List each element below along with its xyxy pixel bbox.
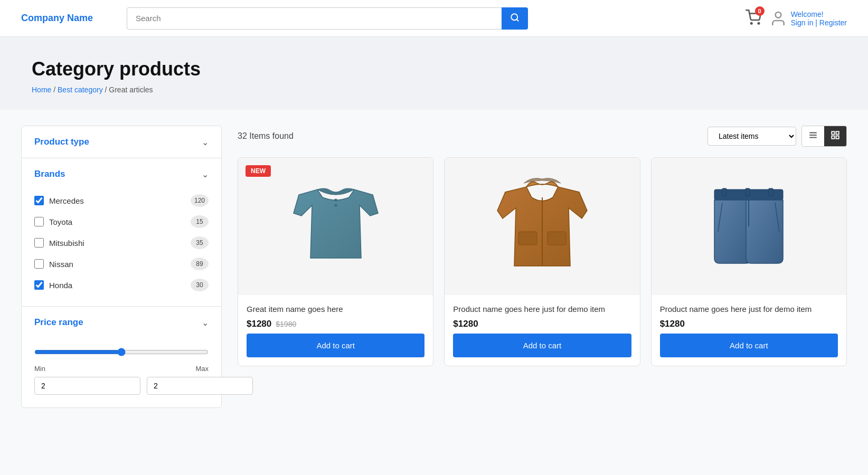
product-name: Product name goes here just for demo ite… bbox=[453, 303, 631, 315]
product-image-wrap: NEW bbox=[238, 158, 433, 295]
search-button[interactable] bbox=[502, 7, 528, 30]
list-view-button[interactable] bbox=[802, 126, 824, 146]
product-image-jacket bbox=[489, 168, 595, 284]
price-min-label: Min bbox=[34, 365, 45, 373]
product-badge: NEW bbox=[246, 165, 271, 177]
product-price: $1280 bbox=[453, 319, 478, 329]
brand-name-nissan: Nissan bbox=[49, 260, 73, 269]
product-price-old: $1980 bbox=[276, 320, 296, 328]
brand-item: Honda 30 bbox=[34, 274, 209, 296]
price-max-label: Max bbox=[195, 365, 209, 373]
svg-rect-9 bbox=[836, 131, 839, 134]
svg-rect-10 bbox=[832, 136, 834, 139]
search-icon bbox=[510, 13, 520, 22]
svg-point-4 bbox=[775, 12, 781, 18]
svg-point-15 bbox=[334, 204, 337, 207]
product-grid: NEW bbox=[238, 157, 847, 366]
brand-checkbox-nissan[interactable] bbox=[34, 259, 44, 269]
brand-item: Mercedes 120 bbox=[34, 190, 209, 211]
brands-chevron-icon: ⌄ bbox=[202, 169, 209, 179]
brand-checkbox-mercedes[interactable] bbox=[34, 196, 44, 205]
price-content: Min Max bbox=[22, 338, 221, 407]
header-right: 0 Welcome! Sign in | Register bbox=[746, 10, 847, 27]
brands-title: Brands bbox=[34, 169, 65, 179]
brand-checkbox-mitsubishi[interactable] bbox=[34, 238, 44, 248]
sort-select[interactable]: Latest items Price: Low to High Price: H… bbox=[707, 127, 796, 146]
add-to-cart-button[interactable]: Add to cart bbox=[247, 334, 424, 357]
cart-badge: 0 bbox=[755, 6, 765, 16]
product-type-header[interactable]: Product type ⌄ bbox=[22, 126, 221, 158]
product-type-title: Product type bbox=[34, 137, 89, 147]
user-icon bbox=[770, 10, 787, 27]
product-info: Product name goes here just for demo ite… bbox=[445, 295, 639, 366]
header: Company Name 0 Welcome! Sign in | bbox=[0, 0, 868, 37]
price-range-section: Price range ⌄ Min Max bbox=[22, 307, 221, 407]
product-price: $1280 bbox=[660, 319, 685, 329]
price-range-slider[interactable] bbox=[34, 348, 209, 356]
brand-checkbox-toyota[interactable] bbox=[34, 217, 44, 226]
company-logo[interactable]: Company Name bbox=[21, 13, 116, 24]
svg-point-14 bbox=[334, 199, 337, 202]
svg-rect-11 bbox=[836, 136, 839, 139]
search-input[interactable] bbox=[127, 7, 502, 30]
product-price-wrap: $1280 bbox=[453, 319, 631, 329]
product-price-wrap: $1280 $1980 bbox=[247, 319, 424, 329]
user-greeting: Welcome! bbox=[791, 10, 824, 18]
product-image-shorts bbox=[696, 168, 801, 284]
brand-count-mercedes: 120 bbox=[191, 194, 209, 207]
product-image-wrap bbox=[652, 158, 846, 295]
products-area: 32 Items found Latest items Price: Low t… bbox=[222, 126, 847, 408]
product-info: Great item name goes here $1280 $1980 Ad… bbox=[238, 295, 433, 366]
hero-section: Category products Home / Best category /… bbox=[0, 37, 868, 110]
brands-header[interactable]: Brands ⌄ bbox=[22, 158, 221, 190]
svg-rect-17 bbox=[518, 232, 537, 245]
product-price-wrap: $1280 bbox=[660, 319, 838, 329]
brand-name-mitsubishi: Mitsubishi bbox=[49, 239, 84, 248]
view-toggle bbox=[801, 126, 847, 147]
brand-name-toyota: Toyota bbox=[49, 217, 72, 226]
svg-rect-27 bbox=[746, 188, 750, 196]
add-to-cart-button[interactable]: Add to cart bbox=[453, 334, 631, 357]
add-to-cart-button[interactable]: Add to cart bbox=[660, 334, 838, 357]
product-card: Product name goes here just for demo ite… bbox=[651, 157, 847, 366]
main-layout: Product type ⌄ Brands ⌄ Mercedes 120 bbox=[0, 110, 868, 424]
signin-link[interactable]: Sign in bbox=[791, 18, 814, 27]
cart-button[interactable]: 0 bbox=[746, 10, 761, 27]
brand-count-mitsubishi: 35 bbox=[191, 236, 209, 249]
page-title: Category products bbox=[32, 58, 836, 80]
breadcrumb-home[interactable]: Home bbox=[32, 86, 51, 94]
price-min-input[interactable] bbox=[34, 377, 140, 395]
price-slider-wrap bbox=[34, 344, 209, 365]
price-range-header[interactable]: Price range ⌄ bbox=[22, 307, 221, 338]
sidebar: Product type ⌄ Brands ⌄ Mercedes 120 bbox=[21, 126, 222, 408]
price-inputs bbox=[34, 377, 209, 395]
price-range-chevron-icon: ⌄ bbox=[202, 318, 209, 328]
items-found: 32 Items found bbox=[238, 131, 294, 141]
grid-view-icon bbox=[831, 130, 840, 140]
brand-name-honda: Honda bbox=[49, 281, 72, 290]
svg-rect-28 bbox=[769, 188, 773, 196]
product-price: $1280 bbox=[247, 319, 271, 329]
svg-point-2 bbox=[751, 23, 752, 24]
brand-item: Nissan 89 bbox=[34, 253, 209, 274]
brand-count-honda: 30 bbox=[191, 279, 209, 291]
brands-section: Brands ⌄ Mercedes 120 Toyota bbox=[22, 158, 221, 307]
brand-item: Toyota 15 bbox=[34, 211, 209, 232]
product-image-wrap bbox=[445, 158, 639, 295]
svg-point-3 bbox=[758, 23, 759, 24]
brand-count-nissan: 89 bbox=[191, 258, 209, 270]
svg-rect-26 bbox=[722, 188, 727, 196]
register-link[interactable]: Register bbox=[819, 18, 847, 27]
grid-view-button[interactable] bbox=[824, 126, 846, 146]
user-account[interactable]: Welcome! Sign in | Register bbox=[770, 10, 847, 27]
search-form bbox=[127, 7, 528, 30]
brands-list: Mercedes 120 Toyota 15 Mitsubishi bbox=[22, 190, 221, 306]
brand-checkbox-honda[interactable] bbox=[34, 280, 44, 290]
product-image-tshirt bbox=[283, 168, 389, 284]
breadcrumb-current: Great articles bbox=[109, 86, 153, 94]
breadcrumb-best-category[interactable]: Best category bbox=[58, 86, 103, 94]
product-info: Product name goes here just for demo ite… bbox=[652, 295, 846, 366]
user-text: Welcome! Sign in | Register bbox=[791, 10, 847, 27]
products-toolbar: 32 Items found Latest items Price: Low t… bbox=[238, 126, 847, 147]
brand-item: Mitsubishi 35 bbox=[34, 232, 209, 253]
